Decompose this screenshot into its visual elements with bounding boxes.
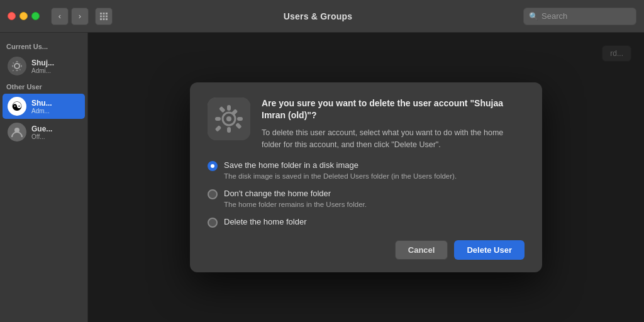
sidebar-user-role: Admi... — [31, 67, 54, 74]
current-users-label: Current Us... — [0, 39, 87, 53]
radio-circle-save[interactable] — [208, 161, 218, 171]
sidebar-item-current-user[interactable]: Shuj... Admi... — [3, 53, 85, 79]
window-title: Users & Groups — [119, 11, 517, 21]
dialog-title-area: Are you sure you want to delete the user… — [262, 97, 525, 151]
radio-circle-delete[interactable] — [208, 218, 218, 228]
traffic-lights — [8, 12, 40, 20]
delete-user-button[interactable]: Delete User — [454, 240, 525, 260]
forward-button[interactable]: › — [71, 8, 89, 25]
close-button[interactable] — [8, 12, 16, 20]
svg-rect-1 — [103, 13, 105, 14]
svg-rect-4 — [103, 15, 105, 17]
radio-label-delete: Delete the home folder — [224, 217, 307, 226]
avatar — [8, 123, 26, 142]
cancel-button[interactable]: Cancel — [395, 240, 448, 260]
content-panel: rd... — [88, 33, 644, 322]
radio-text-dont-change: Don't change the home folder The home fo… — [224, 189, 367, 209]
radio-text-save: Save the home folder in a disk image The… — [224, 160, 457, 181]
radio-label-dont-change: Don't change the home folder — [224, 189, 367, 198]
avatar: ☯ — [8, 97, 26, 116]
radio-option-save[interactable]: Save the home folder in a disk image The… — [208, 160, 525, 181]
radio-circle-dont-change[interactable] — [208, 189, 218, 199]
sidebar-user-name: Shu... — [31, 99, 52, 108]
svg-rect-17 — [237, 117, 243, 121]
radio-sublabel-save: The disk image is saved in the Deleted U… — [224, 171, 457, 181]
maximize-button[interactable] — [31, 12, 40, 20]
dialog-description: To delete this user account, select what… — [262, 127, 525, 151]
sidebar-item-other-user-1[interactable]: ☯ Shu... Adm... — [3, 94, 85, 119]
radio-sublabel-dont-change: The home folder remains in the Users fol… — [224, 199, 367, 209]
svg-rect-3 — [100, 15, 102, 17]
dialog-title: Are you sure you want to delete the user… — [262, 97, 525, 122]
sidebar-user-name: Shuj... — [31, 58, 54, 67]
main-content: Current Us... Shuj... Admi... Other User… — [0, 33, 644, 322]
sidebar-user-name: Gue... — [31, 125, 52, 133]
radio-option-delete[interactable]: Delete the home folder — [208, 217, 525, 228]
avatar — [8, 57, 26, 75]
sidebar-item-info: Gue... Off... — [31, 125, 52, 140]
svg-rect-8 — [106, 18, 108, 20]
sidebar-item-info: Shu... Adm... — [31, 99, 52, 114]
svg-rect-14 — [227, 105, 231, 111]
search-icon: 🔍 — [529, 12, 538, 21]
svg-rect-15 — [227, 127, 231, 133]
grid-view-button[interactable] — [95, 8, 113, 25]
modal-overlay: Are you sure you want to delete the user… — [88, 33, 644, 322]
radio-option-dont-change[interactable]: Don't change the home folder The home fo… — [208, 189, 525, 209]
sidebar: Current Us... Shuj... Admi... Other User… — [0, 33, 88, 322]
nav-buttons: ‹ › — [51, 8, 89, 25]
sidebar-user-role: Off... — [31, 133, 52, 140]
svg-rect-6 — [100, 18, 102, 20]
dialog-options: Save the home folder in a disk image The… — [208, 160, 525, 228]
minimize-button[interactable] — [19, 12, 28, 20]
sidebar-user-role: Adm... — [31, 108, 52, 114]
title-bar: ‹ › Users & Groups 🔍 — [0, 0, 644, 33]
delete-user-dialog: Are you sure you want to delete the user… — [190, 82, 542, 273]
sidebar-item-other-user-2[interactable]: Gue... Off... — [3, 119, 85, 145]
svg-point-9 — [9, 58, 25, 74]
svg-point-13 — [226, 116, 231, 121]
radio-text-delete: Delete the home folder — [224, 217, 307, 226]
other-users-label: Other User — [0, 79, 87, 93]
back-button[interactable]: ‹ — [51, 8, 69, 25]
radio-label-save: Save the home folder in a disk image — [224, 160, 457, 170]
dialog-icon — [208, 97, 250, 140]
svg-rect-7 — [103, 18, 105, 20]
svg-rect-2 — [106, 13, 108, 14]
sidebar-item-info: Shuj... Admi... — [31, 58, 54, 74]
search-input[interactable] — [541, 11, 631, 21]
dialog-top: Are you sure you want to delete the user… — [208, 97, 525, 151]
svg-rect-16 — [215, 117, 221, 121]
search-bar[interactable]: 🔍 — [523, 8, 636, 25]
svg-rect-5 — [106, 15, 108, 17]
svg-rect-0 — [100, 13, 102, 14]
dialog-buttons: Cancel Delete User — [208, 240, 525, 260]
